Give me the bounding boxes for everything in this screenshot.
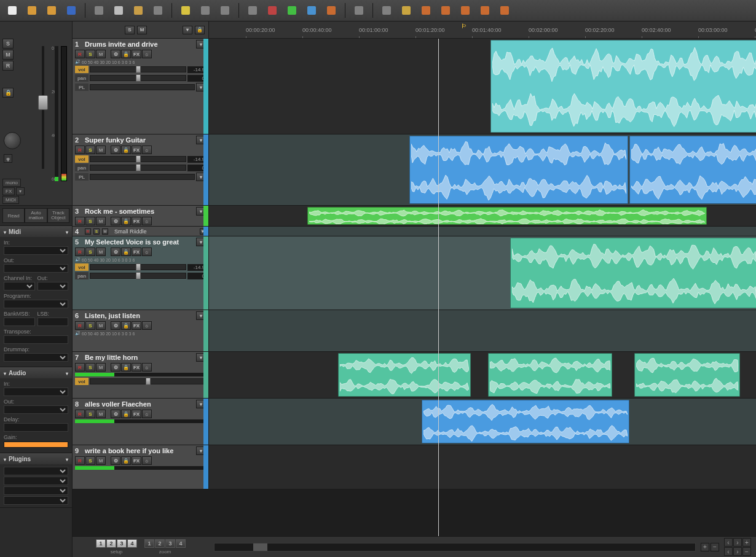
track-name[interactable]: Drums invite and drive (85, 41, 194, 48)
setup-4-button[interactable]: 4 (127, 539, 137, 548)
pl-select[interactable] (90, 174, 195, 180)
new-file-button[interactable] (5, 3, 20, 18)
track-mute-button[interactable]: M (102, 228, 108, 235)
midi-lsb-input[interactable] (37, 317, 69, 326)
find-button[interactable] (379, 3, 394, 18)
track-control[interactable]: 9write a book here if you like▾ R S M ⚙ … (73, 445, 209, 489)
plugin-slot-3[interactable] (4, 486, 68, 495)
plugin-slot-2[interactable] (4, 477, 68, 485)
audio-clip[interactable] (409, 136, 628, 204)
range-c-button[interactable] (458, 3, 473, 18)
track-extra-button[interactable]: ☼ (142, 247, 152, 256)
range-a-button[interactable] (419, 3, 433, 18)
track-lane[interactable] (209, 352, 756, 398)
midi-button[interactable]: MIDI (2, 196, 19, 204)
track-solo-button[interactable]: S (85, 456, 95, 465)
track-fx-button[interactable]: FX (132, 410, 141, 418)
loop-marker-icon[interactable]: 🏳 (461, 23, 467, 29)
audio-file-button[interactable] (44, 3, 59, 18)
global-solo-button[interactable]: S (125, 26, 135, 34)
track-solo-button[interactable]: S (85, 50, 95, 58)
audio-panel-header[interactable]: Audio (0, 368, 72, 378)
plugins-panel-header[interactable]: Plugins (0, 454, 72, 464)
track-control[interactable]: 5My Selected Voice is so great▾ R S M ⚙ … (73, 236, 209, 310)
fx-dropdown[interactable]: ▾ (16, 187, 25, 195)
audio-clip[interactable] (490, 40, 756, 133)
track-extra-button[interactable]: ☼ (142, 217, 152, 225)
vol-slider[interactable] (90, 156, 186, 162)
track-rec-button[interactable]: R (75, 146, 85, 154)
automation-button[interactable]: Auto mation (25, 208, 47, 223)
track-fx-button[interactable]: FX (132, 363, 141, 372)
track-rec-button[interactable]: R (75, 247, 85, 256)
track-solo-button[interactable]: S (85, 321, 95, 330)
track-name[interactable]: Super funky Guitar (85, 136, 194, 144)
cut-button[interactable] (92, 3, 106, 18)
audio-delay-input[interactable] (4, 423, 68, 432)
track-lane[interactable] (209, 310, 756, 351)
midi-out-select[interactable] (4, 264, 68, 273)
midi-chout-select[interactable] (37, 282, 69, 290)
track-name[interactable]: Rock me - sometimes (85, 208, 194, 215)
range-b-button[interactable] (438, 3, 453, 18)
fx-button[interactable]: FX (2, 187, 15, 195)
track-mute-button[interactable]: M (96, 217, 106, 225)
track-lane[interactable] (209, 236, 756, 310)
paste-button[interactable] (131, 3, 146, 18)
track-object-button[interactable]: Track Object (47, 208, 69, 223)
master-s-button[interactable]: S (2, 39, 14, 49)
audio-clip[interactable] (629, 136, 756, 204)
track-gear-button[interactable]: ⚙ (111, 321, 120, 330)
track-name[interactable]: alles voller Flaechen (85, 400, 194, 408)
header-lock[interactable]: 🔒 (195, 26, 205, 34)
zoom-preset-2-button[interactable]: 2 (155, 539, 165, 548)
audio-clip[interactable] (510, 238, 756, 308)
track-control[interactable]: 8alles voller Flaechen▾ R S M ⚙ 🔒 FX ☼ (73, 399, 209, 445)
track-gear-button[interactable]: ⚙ (111, 146, 120, 154)
track-lane[interactable] (209, 227, 756, 236)
track-lane[interactable] (209, 399, 756, 445)
h-scroll-thumb[interactable] (253, 543, 267, 551)
track-lock-button[interactable]: 🔒 (121, 456, 131, 465)
master-fader[interactable] (36, 46, 50, 181)
track-lane[interactable] (209, 206, 756, 226)
track-fx-button[interactable]: FX (132, 456, 141, 465)
track-fx-button[interactable]: FX (132, 146, 141, 154)
track-lock-button[interactable]: 🔒 (121, 146, 131, 154)
track-control[interactable]: 7Be my little horn▾ R S M ⚙ 🔒 FX ☼ vol (73, 352, 209, 398)
track-solo-button[interactable]: S (85, 217, 95, 225)
marker-button[interactable] (178, 3, 193, 18)
track-lock-button[interactable]: 🔒 (121, 247, 131, 256)
track-extra-button[interactable]: ☼ (142, 363, 152, 372)
plugin-slot-4[interactable] (4, 496, 68, 505)
track-lock-button[interactable]: 🔒 (121, 321, 131, 330)
open-folder-button[interactable] (25, 3, 39, 18)
track-rec-button[interactable]: R (75, 456, 85, 465)
grid-button[interactable] (245, 3, 260, 18)
pan-slider[interactable] (90, 273, 186, 279)
track-lock-button[interactable]: 🔒 (121, 410, 131, 418)
master-m-button[interactable]: M (2, 50, 14, 60)
redo-button[interactable] (218, 3, 232, 18)
pan-slider[interactable] (90, 75, 186, 81)
track-lane[interactable] (209, 39, 756, 134)
track-name[interactable]: My Selected Voice is so great (85, 238, 194, 246)
midi-chin-select[interactable] (4, 282, 35, 290)
track-fx-button[interactable]: FX (132, 321, 141, 330)
track-mute-button[interactable]: M (96, 146, 106, 154)
nav-left-2[interactable]: ‹ (724, 547, 733, 556)
track-rec-button[interactable]: R (75, 321, 85, 330)
pan-slider[interactable] (90, 165, 186, 171)
track-name[interactable]: Small Riiddle (111, 228, 197, 235)
setup-2-button[interactable]: 2 (106, 539, 116, 548)
plugin-slot-1[interactable] (4, 467, 68, 475)
audio-clip[interactable] (422, 400, 629, 443)
track-fx-button[interactable]: FX (132, 50, 141, 58)
lock-button[interactable]: 🔒 (2, 88, 14, 98)
crossfade-auto-button[interactable] (285, 3, 299, 18)
timeline-ruler[interactable]: 00:00:20:0000:00:40:0000:01:00:0000:01:2… (209, 21, 756, 38)
midi-prog-select[interactable] (4, 300, 68, 308)
track-mute-button[interactable]: M (96, 410, 106, 418)
track-gear-button[interactable]: ⚙ (111, 363, 120, 372)
setup-3-button[interactable]: 3 (117, 539, 127, 548)
